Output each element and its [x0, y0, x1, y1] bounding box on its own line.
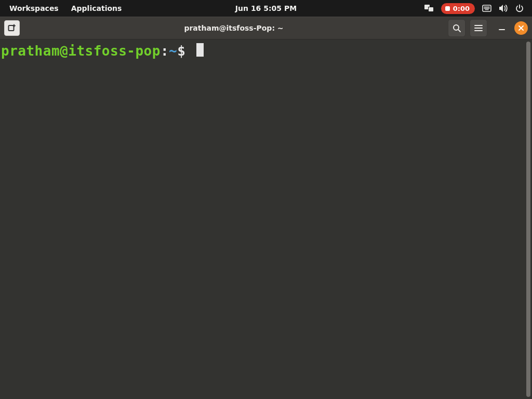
scrollbar[interactable]	[526, 42, 530, 397]
terminal-header-bar: pratham@itsfoss-Pop: ~	[0, 17, 532, 39]
desktop-top-bar: Workspaces Applications Jun 16 5:05 PM 0…	[0, 0, 532, 17]
prompt-path: ~	[169, 43, 177, 59]
recording-timer: 0:00	[453, 5, 470, 12]
close-icon	[518, 25, 524, 31]
hamburger-menu-button[interactable]	[470, 19, 487, 37]
workspaces-button[interactable]: Workspaces	[9, 4, 59, 12]
clock[interactable]: Jun 16 5:05 PM	[235, 4, 297, 12]
prompt-separator: :	[161, 43, 169, 59]
speaker-icon[interactable]	[499, 4, 508, 12]
svg-rect-2	[429, 7, 433, 11]
search-icon	[453, 24, 461, 32]
terminal-viewport: pratham@itsfoss-pop:~$	[0, 39, 532, 399]
minimize-button[interactable]	[495, 21, 509, 35]
screen-recording-indicator[interactable]: 0:00	[441, 3, 475, 14]
search-button[interactable]	[448, 19, 466, 37]
prompt-user-host: pratham@itsfoss-pop	[1, 43, 161, 59]
window-title: pratham@itsfoss-Pop: ~	[24, 24, 444, 32]
prompt-symbol: $	[177, 43, 185, 59]
hamburger-menu-icon	[474, 24, 483, 32]
new-tab-button[interactable]	[4, 20, 20, 36]
minimize-icon	[498, 24, 506, 32]
input-source-icon[interactable]	[482, 5, 491, 12]
power-icon[interactable]	[515, 4, 524, 12]
terminal[interactable]: pratham@itsfoss-pop:~$	[0, 39, 532, 399]
close-button[interactable]	[514, 21, 528, 35]
windows-overview-icon[interactable]	[424, 5, 434, 12]
stop-recording-icon	[445, 6, 450, 11]
text-cursor	[196, 43, 204, 57]
applications-button[interactable]: Applications	[71, 4, 122, 12]
new-tab-icon	[8, 24, 16, 32]
